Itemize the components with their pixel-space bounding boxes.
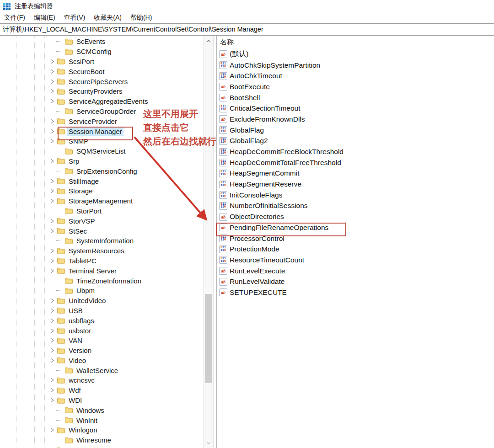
value-item[interactable]: HeapSegmentReserve: [217, 179, 494, 190]
tree-item[interactable]: Ubpm: [0, 286, 204, 296]
expand-chevron-icon[interactable]: [48, 159, 56, 164]
expand-chevron-icon[interactable]: [48, 69, 56, 74]
tree-item[interactable]: StillImage: [0, 176, 204, 186]
tree-item[interactable]: Storage: [0, 186, 204, 196]
tree-item[interactable]: SCMConfig: [0, 47, 204, 57]
value-item[interactable]: RunLevelValidate: [217, 276, 494, 287]
value-item[interactable]: HeapDeCommitFreeBlockThreshold: [217, 146, 494, 157]
expand-chevron-icon[interactable]: [48, 358, 56, 363]
value-item[interactable]: InitConsoleFlags: [217, 190, 494, 201]
expand-chevron-icon[interactable]: [48, 298, 56, 303]
expand-chevron-icon[interactable]: [48, 99, 56, 104]
expand-chevron-icon[interactable]: [48, 179, 56, 184]
expand-chevron-icon[interactable]: [48, 79, 56, 84]
expand-chevron-icon[interactable]: [48, 188, 56, 193]
scroll-up-icon[interactable]: [204, 37, 214, 45]
tree-item[interactable]: Srp: [0, 156, 204, 166]
tree-item[interactable]: ScEvents: [0, 37, 204, 47]
value-item[interactable]: NumberOfInitialSessions: [217, 201, 494, 212]
value-item[interactable]: HeapDeCommitTotalFreeThreshold: [217, 157, 494, 168]
tree-item[interactable]: UnitedVideo: [0, 296, 204, 306]
expand-chevron-icon[interactable]: [48, 129, 56, 134]
tree-item[interactable]: Version: [0, 346, 204, 356]
expand-chevron-icon[interactable]: [48, 318, 56, 323]
tree-item[interactable]: SystemResources: [0, 246, 204, 256]
menu-edit[interactable]: 编辑(E): [31, 13, 59, 23]
value-item[interactable]: BootExecute: [217, 81, 494, 92]
value-item[interactable]: ProtectionMode: [217, 244, 494, 255]
tree-item[interactable]: Session Manager: [0, 126, 204, 136]
expand-chevron-icon[interactable]: [48, 198, 56, 203]
menu-view[interactable]: 查看(V): [61, 13, 89, 23]
value-item[interactable]: GlobalFlag2: [217, 136, 494, 147]
expand-chevron-icon[interactable]: [48, 139, 56, 144]
tree-item[interactable]: Wdf: [0, 385, 204, 395]
tree-item[interactable]: SystemInformation: [0, 236, 204, 246]
tree-scrollbar[interactable]: [203, 36, 214, 448]
tree-item[interactable]: Winlogon: [0, 425, 204, 435]
scrollbar-thumb[interactable]: [205, 294, 212, 383]
expand-chevron-icon[interactable]: [48, 348, 56, 353]
value-item[interactable]: HeapSegmentCommit: [217, 168, 494, 179]
tree-item[interactable]: SQMServiceList: [0, 146, 204, 156]
tree-item[interactable]: SecureBoot: [0, 66, 204, 76]
tree-item[interactable]: Terminal Server: [0, 266, 204, 276]
expand-chevron-icon[interactable]: [48, 219, 56, 224]
expand-chevron-icon[interactable]: [48, 398, 56, 403]
tree-item[interactable]: SNMP: [0, 136, 204, 146]
expand-chevron-icon[interactable]: [48, 258, 56, 263]
menu-file[interactable]: 文件(F): [1, 13, 28, 23]
expand-chevron-icon[interactable]: [48, 388, 56, 393]
tree-item[interactable]: WDI: [0, 395, 204, 405]
tree-item[interactable]: VAN: [0, 336, 204, 346]
tree-item[interactable]: TimeZoneInformation: [0, 276, 204, 286]
tree-item[interactable]: ServiceAggregatedEvents: [0, 96, 204, 107]
expand-chevron-icon[interactable]: [48, 328, 56, 333]
pane-splitter[interactable]: [214, 36, 217, 448]
tree-item[interactable]: USB: [0, 306, 204, 316]
tree-item[interactable]: WalletService: [0, 365, 204, 375]
value-item[interactable]: PendingFileRenameOperations: [217, 222, 494, 233]
value-item[interactable]: (默认): [217, 49, 494, 60]
expand-chevron-icon[interactable]: [48, 119, 56, 124]
tree-item[interactable]: usbflags: [0, 315, 204, 325]
tree-item[interactable]: Video: [0, 356, 204, 366]
expand-chevron-icon[interactable]: [48, 308, 56, 313]
tree-item[interactable]: Windows: [0, 405, 204, 415]
tree-item[interactable]: WinInit: [0, 415, 204, 425]
tree-item[interactable]: StSec: [0, 226, 204, 236]
tree-item[interactable]: StorVSP: [0, 216, 204, 226]
value-item[interactable]: AutoChkTimeout: [217, 70, 494, 81]
value-item[interactable]: GlobalFlag: [217, 125, 494, 136]
tree-item[interactable]: wcncsvc: [0, 375, 204, 385]
tree-item[interactable]: SecurityProviders: [0, 86, 204, 96]
expand-chevron-icon[interactable]: [48, 59, 56, 64]
tree-item[interactable]: StorPort: [0, 206, 204, 216]
value-item[interactable]: ObjectDirectories: [217, 211, 494, 222]
tree-item[interactable]: [0, 445, 204, 448]
value-item[interactable]: ProcessorControl: [217, 233, 494, 244]
tree-item[interactable]: SecurePipeServers: [0, 76, 204, 86]
value-item[interactable]: SETUPEXECUTE: [217, 287, 494, 298]
value-item[interactable]: ResourceTimeoutCount: [217, 255, 494, 266]
tree-item[interactable]: usbstor: [0, 325, 204, 336]
value-item[interactable]: RunLevelExecute: [217, 266, 494, 277]
value-item[interactable]: BootShell: [217, 92, 494, 103]
expand-chevron-icon[interactable]: [48, 229, 56, 234]
menu-help[interactable]: 帮助(H): [127, 13, 155, 23]
scroll-down-icon[interactable]: [204, 439, 214, 447]
expand-chevron-icon[interactable]: [48, 268, 56, 273]
tree-item[interactable]: Winresume: [0, 435, 204, 445]
column-header-name[interactable]: 名称: [217, 36, 494, 49]
expand-chevron-icon[interactable]: [48, 248, 56, 253]
value-item[interactable]: AutoChkSkipSystemPartition: [217, 60, 494, 71]
registry-path-input[interactable]: [0, 26, 494, 33]
expand-chevron-icon[interactable]: [48, 378, 56, 383]
expand-chevron-icon[interactable]: [48, 89, 56, 94]
menu-favorites[interactable]: 收藏夹(A): [91, 13, 125, 23]
value-item[interactable]: ExcludeFromKnownDlls: [217, 114, 494, 125]
tree-item[interactable]: TabletPC: [0, 256, 204, 266]
tree-item[interactable]: StorageManagement: [0, 196, 204, 206]
tree-item[interactable]: ServiceGroupOrder: [0, 107, 204, 117]
expand-chevron-icon[interactable]: [48, 338, 56, 343]
